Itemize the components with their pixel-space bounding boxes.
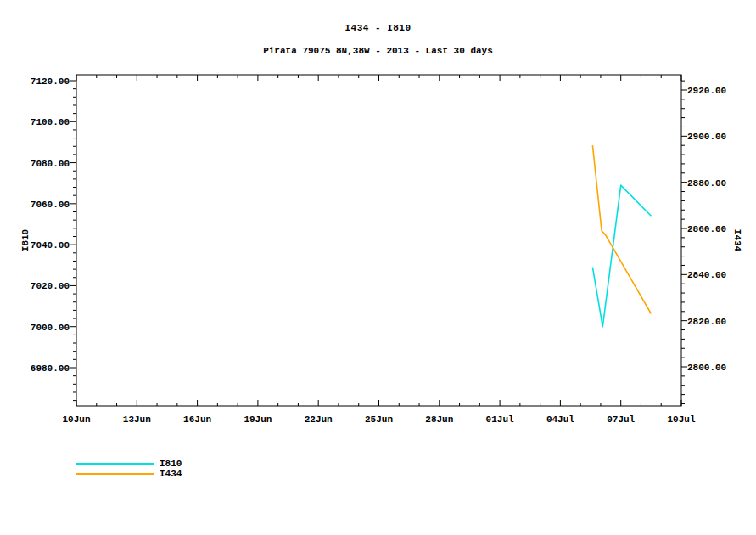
y-left-tick-label: 6980.00 (31, 363, 70, 374)
legend-item-i434: I434 (76, 469, 182, 479)
plot-border (76, 75, 681, 406)
y-right-tick-label: 2860.00 (687, 224, 726, 234)
y-left-tick-label: 7040.00 (31, 240, 70, 251)
x-tick-label: 25Jun (365, 414, 393, 425)
legend-line-i810 (76, 463, 154, 465)
y-left-tick-label: 7100.00 (31, 117, 70, 127)
x-tick-label: 13Jun (123, 414, 151, 425)
y-right-tick-label: 2900.00 (687, 132, 726, 142)
chart-page: I434 - I810 Pirata 79075 8N,38W - 2013 -… (0, 0, 756, 535)
y-right-tick-label: 2920.00 (687, 86, 726, 96)
y-right-tick-label: 2820.00 (687, 317, 726, 327)
y-right-tick-label: 2800.00 (687, 363, 726, 373)
legend-label-i810: I810 (160, 459, 182, 469)
legend-item-i810: I810 (76, 459, 182, 469)
series-line-i810 (592, 185, 651, 327)
x-tick-label: 01Jul (486, 414, 514, 425)
y-left-tick-label: 7020.00 (31, 281, 70, 291)
y-left-tick-label: 7060.00 (31, 200, 70, 210)
legend-label-i434: I434 (160, 469, 182, 479)
y-left-tick-label: 7120.00 (31, 76, 70, 87)
x-tick-label: 19Jun (244, 414, 272, 425)
x-tick-label: 22Jun (305, 414, 333, 425)
legend-line-i434 (76, 473, 154, 475)
y-left-tick-label: 7000.00 (31, 323, 70, 333)
x-tick-label: 10Jul (667, 414, 695, 425)
x-tick-label: 10Jun (62, 414, 90, 425)
y-left-tick-label: 7080.00 (31, 159, 70, 169)
legend: I810 I434 (76, 459, 182, 479)
x-tick-label: 28Jun (425, 414, 453, 425)
series-line-i434 (592, 145, 651, 313)
y-right-tick-label: 2880.00 (687, 178, 726, 189)
x-tick-label: 04Jul (546, 414, 574, 425)
y-right-tick-label: 2840.00 (687, 270, 726, 280)
x-tick-label: 16Jun (183, 414, 211, 425)
x-tick-label: 07Jul (607, 414, 635, 425)
plot-canvas: 10Jun13Jun16Jun19Jun22Jun25Jun28Jun01Jul… (0, 0, 756, 535)
